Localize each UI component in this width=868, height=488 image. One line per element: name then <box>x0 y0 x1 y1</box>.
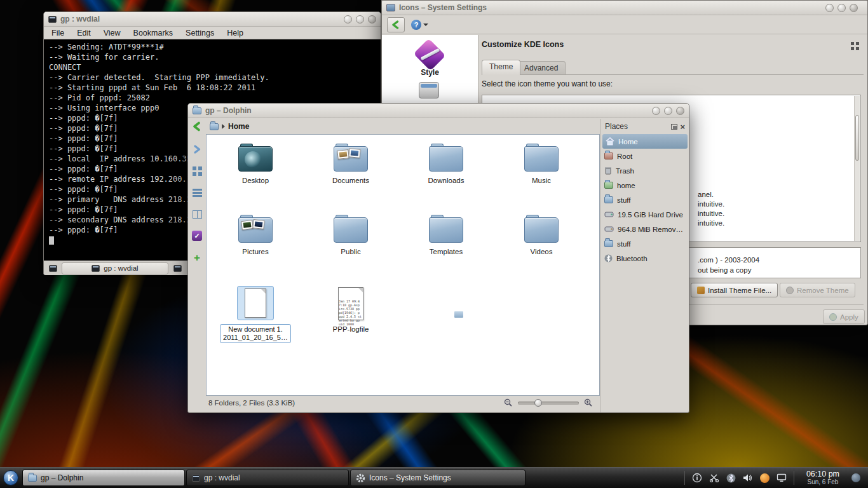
tab-advanced[interactable]: Advanced <box>517 61 566 75</box>
file-item-selected[interactable]: New document 1. 2011_01_20_16_5… <box>208 282 303 353</box>
taskbar-item-dolphin[interactable]: gp – Dolphin <box>22 470 185 486</box>
close-button[interactable] <box>676 107 684 115</box>
places-item-hard-drive[interactable]: 19.5 GiB Hard Drive <box>601 207 689 222</box>
volume-icon[interactable] <box>743 473 753 482</box>
menu-help[interactable]: Help <box>227 29 243 37</box>
taskbar-item-system-settings[interactable]: Icons – System Settings <box>350 470 526 486</box>
terminal-app-icon <box>48 16 57 23</box>
menu-edit[interactable]: Edit <box>77 29 91 37</box>
maximize-button[interactable] <box>664 107 672 115</box>
clock[interactable]: 06:10 pm Sun, 6 Feb <box>801 470 844 486</box>
folder-item[interactable]: Templates <box>398 211 494 282</box>
panel-settings-icon[interactable] <box>851 473 860 482</box>
sidebar-item-style[interactable]: Style <box>382 35 478 98</box>
zoom-slider-handle[interactable] <box>534 399 542 407</box>
folder-icon-public <box>334 215 368 243</box>
places-item-trash[interactable]: Trash <box>601 163 689 178</box>
close-panel-icon[interactable]: × <box>680 122 685 132</box>
places-item-label: home <box>617 182 635 189</box>
places-item-stuff-2[interactable]: stuff <box>601 236 689 251</box>
tray-separator <box>684 471 685 485</box>
dolphin-titlebar[interactable]: gp – Dolphin <box>188 104 689 118</box>
split-view-button[interactable]: + <box>191 251 203 264</box>
places-item-home[interactable]: Home <box>602 134 688 149</box>
preview-icon: ✓ <box>192 231 202 241</box>
maximize-button[interactable] <box>356 15 364 24</box>
folder-item[interactable]: Documents <box>303 140 398 211</box>
updates-tray-icon[interactable] <box>760 473 770 483</box>
places-item-bluetooth[interactable]: Bluetooth <box>601 251 689 266</box>
minimize-button[interactable] <box>825 4 834 12</box>
preview-toggle-button[interactable]: ✓ <box>191 229 203 242</box>
folder-item[interactable]: Videos <box>494 211 589 282</box>
file-item[interactable]: Jan 17 09:4 7:18 gp-Asp ire-5738 pp pd[1… <box>303 282 398 353</box>
details-view-button[interactable] <box>191 208 203 220</box>
minimize-button[interactable] <box>344 15 352 24</box>
back-arrow-icon <box>391 20 401 29</box>
help-button[interactable]: ? <box>411 20 428 30</box>
breadcrumb[interactable]: Home <box>228 122 249 131</box>
scrollbar[interactable] <box>854 96 860 241</box>
menu-settings[interactable]: Settings <box>186 29 214 37</box>
close-button[interactable] <box>368 15 376 24</box>
menu-file[interactable]: File <box>51 29 64 37</box>
forward-button[interactable] <box>191 143 203 156</box>
terminal-tab-icon <box>92 265 100 272</box>
places-item-stuff[interactable]: stuff <box>601 193 689 207</box>
breadcrumb-root-icon[interactable] <box>210 123 219 130</box>
install-theme-button[interactable]: Install Theme File... <box>691 283 778 297</box>
secondary-category-icon[interactable] <box>419 82 439 98</box>
zoom-out-icon[interactable] <box>504 398 513 407</box>
zoom-in-icon[interactable] <box>584 398 593 407</box>
device-notifier-icon[interactable] <box>776 473 787 482</box>
maximize-button[interactable] <box>837 4 846 12</box>
system-tray: 06:10 pm Sun, 6 Feb <box>678 470 868 486</box>
places-item-root[interactable]: Root <box>601 149 689 163</box>
settings-app-icon <box>386 4 395 11</box>
tab-theme[interactable]: Theme <box>482 60 520 75</box>
back-button[interactable] <box>387 17 405 32</box>
places-header[interactable]: Places × <box>601 119 689 134</box>
klipper-scissors-icon[interactable] <box>709 473 719 483</box>
view-options-icon[interactable] <box>850 41 860 51</box>
remove-theme-label: Remove Theme <box>797 287 849 294</box>
minimize-button[interactable] <box>652 107 660 115</box>
removable-drive-icon <box>604 226 614 233</box>
theme-description-fragment: out being a copy <box>698 266 751 274</box>
compact-view-button[interactable] <box>191 186 203 199</box>
places-item-removable[interactable]: 964.8 MiB Remov… <box>601 222 689 236</box>
settings-titlebar[interactable]: Icons – System Settings <box>382 1 867 15</box>
zoom-slider[interactable] <box>518 402 579 405</box>
new-tab-button[interactable] <box>46 262 59 274</box>
app-launcher-button[interactable]: K <box>0 468 22 488</box>
folder-item[interactable]: Pictures <box>208 211 303 282</box>
folder-icon-desktop <box>238 144 273 172</box>
terminal-title: gp : wvdial <box>60 15 100 24</box>
split-view-button[interactable] <box>171 262 184 274</box>
taskbar-item-wvdial[interactable]: gp : wvdial <box>186 470 349 486</box>
split-view-icon <box>173 265 182 272</box>
menu-bookmarks[interactable]: Bookmarks <box>133 29 173 37</box>
taskbar: K gp – Dolphin gp : wvdial Icons – Syste… <box>0 467 868 488</box>
places-item-home-dir[interactable]: home <box>601 178 689 193</box>
folder-item[interactable]: Desktop <box>208 140 303 211</box>
icons-view-button[interactable] <box>191 165 203 177</box>
remove-theme-button: Remove Theme <box>780 283 855 297</box>
bluetooth-tray-icon[interactable] <box>726 473 736 483</box>
back-button[interactable] <box>188 121 206 132</box>
folder-item[interactable]: Downloads <box>398 140 494 211</box>
float-panel-icon[interactable] <box>671 124 677 130</box>
menu-view[interactable]: View <box>104 29 121 37</box>
notifications-icon[interactable] <box>692 473 702 483</box>
chevron-down-icon <box>423 24 428 26</box>
close-button[interactable] <box>850 4 858 12</box>
folder-item[interactable]: Music <box>494 140 589 211</box>
home-folder-icon <box>604 182 613 189</box>
terminal-tab[interactable]: gp : wvdial <box>62 262 168 274</box>
kde-menu-icon: K <box>3 470 18 485</box>
trash-icon <box>604 166 612 175</box>
folder-item[interactable]: Public <box>303 211 398 282</box>
folder-view[interactable]: Desktop Documents Downloads Music <box>206 134 600 396</box>
page-title: Customize KDE Icons <box>482 40 564 49</box>
terminal-titlebar[interactable]: gp : wvdial <box>44 12 381 27</box>
